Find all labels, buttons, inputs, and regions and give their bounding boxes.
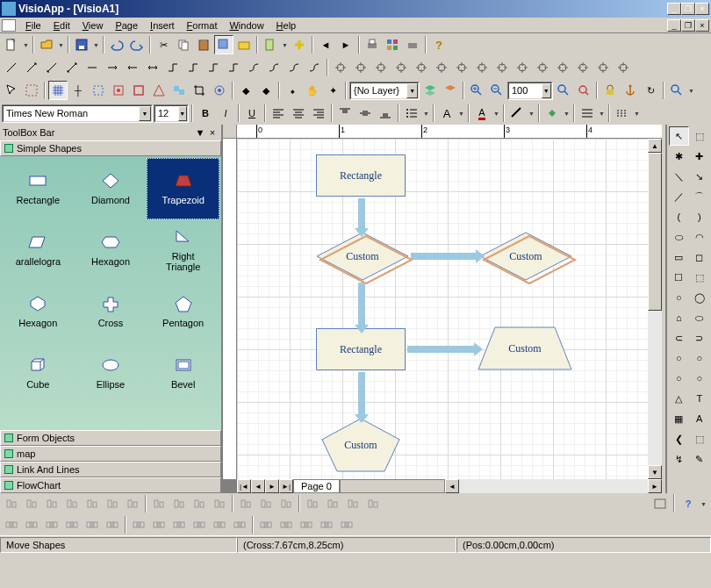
align-tool-15[interactable] [323, 494, 342, 513]
menu-edit[interactable]: Edit [47, 20, 76, 31]
align-tool-14[interactable] [303, 494, 322, 513]
connector-arrow-0[interactable] [2, 58, 21, 77]
undo-icon[interactable] [107, 35, 126, 54]
distribute-tool-1[interactable] [22, 515, 41, 534]
connector-arrow-14[interactable] [284, 58, 304, 77]
line-style-icon[interactable] [507, 104, 527, 123]
connector-arrow-15[interactable] [305, 58, 324, 77]
font-color-icon[interactable]: A [472, 104, 492, 123]
anchor-bottom-icon[interactable]: ◆ [256, 81, 276, 100]
connector-cap-8[interactable] [492, 58, 512, 77]
print-preview-icon[interactable] [383, 35, 402, 54]
palette-tool-28[interactable]: ▦ [669, 409, 689, 428]
align-tool-0[interactable] [2, 494, 21, 513]
help-icon[interactable]: ? [429, 35, 449, 54]
next-icon[interactable]: ► [336, 35, 356, 54]
new-icon[interactable] [2, 35, 21, 54]
palette-tool-20[interactable]: ⊂ [669, 328, 689, 348]
palette-tool-12[interactable]: ▭ [669, 247, 689, 267]
align-tool-3[interactable] [62, 494, 82, 513]
align-tool-13[interactable] [276, 494, 296, 513]
palette-tool-21[interactable]: ⊃ [690, 328, 710, 348]
line-weight-icon[interactable] [578, 104, 597, 123]
palette-tool-19[interactable]: ⬭ [690, 308, 710, 327]
font-increase-icon[interactable]: A [437, 104, 456, 123]
shape-rect[interactable]: Rectangle [2, 158, 75, 219]
save-icon[interactable] [72, 35, 91, 54]
align-left-icon[interactable] [269, 104, 288, 123]
palette-tool-31[interactable]: ⬚ [690, 429, 710, 448]
select-all-icon[interactable] [22, 81, 41, 100]
connector-arrow[interactable] [358, 372, 365, 416]
connector-cap-7[interactable] [472, 58, 492, 77]
fill-color-icon[interactable] [542, 104, 562, 123]
layer-manage-icon[interactable] [441, 81, 460, 100]
layer-combo-dropdown[interactable]: ▼ [406, 83, 418, 98]
show-grid-icon[interactable] [48, 81, 68, 100]
connector-arrow-5[interactable] [103, 58, 122, 77]
bold-icon[interactable]: B [196, 104, 215, 123]
menu-insert[interactable]: Insert [144, 20, 181, 31]
palette-tool-15[interactable]: ⬚ [690, 268, 710, 287]
align-tool-5[interactable] [103, 494, 122, 513]
open-icon[interactable] [37, 35, 56, 54]
copy-icon[interactable] [174, 35, 193, 54]
distribute-tool-0[interactable] [2, 515, 21, 534]
palette-tool-0[interactable]: ↖ [669, 126, 689, 146]
palette-tool-7[interactable]: ⌒ [690, 187, 710, 206]
distribute-tool-4[interactable] [83, 515, 102, 534]
connector-cap-13[interactable] [593, 58, 613, 77]
add-icon[interactable] [290, 35, 309, 54]
font-size-combo[interactable]: ▼ [154, 104, 189, 123]
align-tool-11[interactable] [236, 494, 255, 513]
connector-arrow-9[interactable] [183, 58, 203, 77]
connector-arrow-3[interactable] [62, 58, 82, 77]
cut-icon[interactable]: ✂ [154, 35, 173, 54]
palette-tool-3[interactable]: ✚ [690, 147, 710, 166]
layer-combo[interactable]: ▼ [349, 82, 420, 100]
connector-arrow-4[interactable] [83, 58, 102, 77]
horizontal-scrollbar[interactable]: |◄◄►►| Page 0 ◄► [237, 479, 662, 493]
drawing-canvas[interactable]: RectangleCustomCustomRectangleCustomCust… [237, 139, 648, 479]
rotate-icon[interactable]: ↻ [641, 81, 660, 100]
align-right-icon[interactable] [309, 104, 328, 123]
connector-arrow-2[interactable] [42, 58, 61, 77]
group-simple-shapes[interactable]: Simple Shapes [0, 140, 221, 156]
font-size-input[interactable] [155, 108, 178, 118]
hand-tool-icon[interactable]: ✋ [303, 81, 322, 100]
canvas-node-diamond[interactable]: Custom [316, 232, 409, 281]
shape-trapezoid[interactable]: Trapezoid [147, 158, 219, 219]
palette-tool-27[interactable]: T [690, 389, 710, 408]
align-tool-8[interactable] [169, 494, 189, 513]
shape-cross[interactable]: Cross [75, 281, 147, 342]
group-flowchart[interactable]: FlowChart [0, 477, 221, 493]
connector-cap-10[interactable] [533, 58, 552, 77]
palette-tool-13[interactable]: ◻ [690, 247, 710, 267]
align-tool-4[interactable] [83, 494, 102, 513]
connector-arrow-13[interactable] [264, 58, 284, 77]
distribute-tool-12[interactable] [256, 515, 276, 534]
palette-tool-18[interactable]: ⌂ [669, 308, 689, 327]
valign-bottom-icon[interactable] [376, 104, 395, 123]
layers-icon[interactable] [420, 81, 440, 100]
canvas-node-diamond[interactable]: Custom [479, 232, 572, 281]
palette-tool-14[interactable]: ☐ [669, 268, 689, 287]
connector-cap-14[interactable] [614, 58, 633, 77]
distribute-tool-7[interactable] [149, 515, 169, 534]
align-tool-10[interactable] [210, 494, 229, 513]
distribute-tool-2[interactable] [42, 515, 61, 534]
zoom-out-icon[interactable] [487, 81, 506, 100]
page-tab[interactable]: Page 0 [293, 479, 340, 493]
distribute-tool-6[interactable] [129, 515, 148, 534]
connector-arrow-10[interactable] [204, 58, 223, 77]
canvas-node-trapezoid[interactable]: Custom [478, 326, 572, 370]
distribute-tool-16[interactable] [337, 515, 356, 534]
distribute-tool-11[interactable] [230, 515, 249, 534]
distribute-tool-14[interactable] [297, 515, 316, 534]
palette-tool-26[interactable]: △ [669, 389, 689, 408]
close-button[interactable]: × [695, 3, 709, 15]
palette-tool-23[interactable]: ○ [690, 348, 710, 368]
menu-window[interactable]: Window [223, 20, 269, 31]
lock-icon[interactable] [600, 81, 620, 100]
zoom-combo[interactable]: ▼ [507, 82, 553, 100]
